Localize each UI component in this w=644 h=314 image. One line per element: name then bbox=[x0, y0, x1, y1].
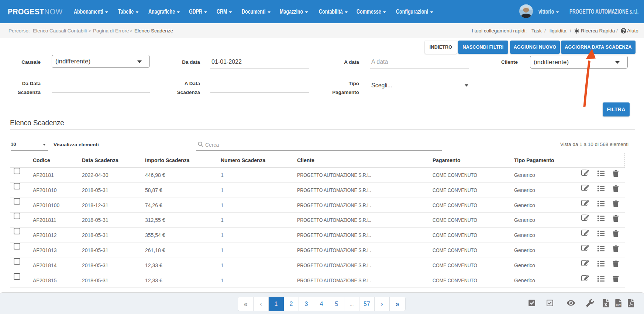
svg-text:CSV: CSV bbox=[616, 304, 621, 306]
